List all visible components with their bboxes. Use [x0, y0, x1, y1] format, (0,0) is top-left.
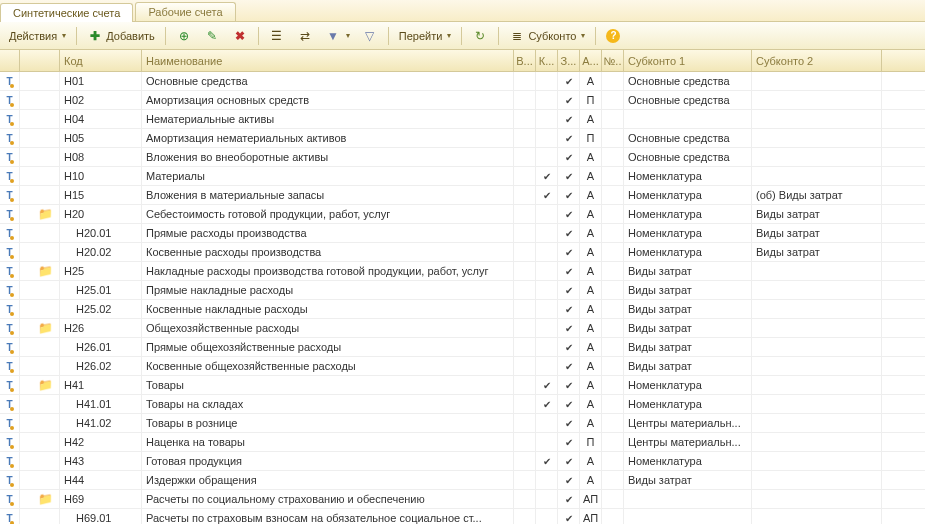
s1-cell: Основные средства: [624, 91, 752, 109]
table-row[interactable]: TН69.01Расчеты по страховым взносам на о…: [0, 509, 925, 524]
table-row[interactable]: T📁Н69Расчеты по социальному страхованию …: [0, 490, 925, 509]
table-row[interactable]: TН44Издержки обращения✔АВиды затрат: [0, 471, 925, 490]
table-row[interactable]: TН01Основные средства✔АОсновные средства: [0, 72, 925, 91]
z-cell: ✔: [558, 357, 580, 375]
s2-cell: [752, 148, 882, 166]
s2-cell: [752, 471, 882, 489]
check-icon: ✔: [543, 380, 551, 391]
table-row[interactable]: TН20.02Косвенные расходы производства✔АН…: [0, 243, 925, 262]
n-cell: [602, 110, 624, 128]
check-icon: ✔: [543, 190, 551, 201]
v-cell: [514, 376, 536, 394]
tab-synthetic[interactable]: Синтетические счета: [0, 3, 133, 22]
help-button[interactable]: ?: [601, 26, 625, 46]
add-copy-button[interactable]: ⊕: [171, 25, 197, 47]
col-folder[interactable]: [20, 50, 60, 71]
v-cell: [514, 91, 536, 109]
row-type-icon: T: [0, 110, 20, 128]
check-icon: ✔: [565, 171, 573, 182]
table-row[interactable]: T📁Н41Товары✔✔АНоменклатура: [0, 376, 925, 395]
hierarchy-button[interactable]: ☰: [264, 25, 290, 47]
goto-menu[interactable]: Перейти: [394, 27, 457, 45]
table-row[interactable]: TН26.01Прямые общехозяйственные расходы✔…: [0, 338, 925, 357]
z-cell: ✔: [558, 167, 580, 185]
table-row[interactable]: TН04Нематериальные активы✔А: [0, 110, 925, 129]
check-icon: ✔: [565, 95, 573, 106]
table-row[interactable]: TН02Амортизация основных средств✔ПОсновн…: [0, 91, 925, 110]
add-button[interactable]: ✚ Добавить: [82, 25, 160, 47]
clear-filter-button[interactable]: ▽: [357, 25, 383, 47]
separator: [165, 27, 166, 45]
move-icon: ⇄: [297, 28, 313, 44]
check-icon: ✔: [565, 285, 573, 296]
row-type-icon: T: [0, 281, 20, 299]
col-k[interactable]: К...: [536, 50, 558, 71]
pencil-icon: ✎: [204, 28, 220, 44]
col-name[interactable]: Наименование: [142, 50, 514, 71]
table-row[interactable]: TН10Материалы✔✔АНоменклатура: [0, 167, 925, 186]
check-icon: ✔: [565, 76, 573, 87]
table-row[interactable]: TН25.02Косвенные накладные расходы✔АВиды…: [0, 300, 925, 319]
k-cell: [536, 224, 558, 242]
table-row[interactable]: TН15Вложения в материальные запасы✔✔АНом…: [0, 186, 925, 205]
table-row[interactable]: T📁Н26Общехозяйственные расходы✔АВиды зат…: [0, 319, 925, 338]
code-cell: Н15: [60, 186, 142, 204]
k-cell: [536, 433, 558, 451]
code-cell: Н41.01: [60, 395, 142, 413]
table-row[interactable]: TН26.02Косвенные общехозяйственные расхо…: [0, 357, 925, 376]
name-cell: Общехозяйственные расходы: [142, 319, 514, 337]
edit-button[interactable]: ✎: [199, 25, 225, 47]
grid-body: TН01Основные средства✔АОсновные средства…: [0, 72, 925, 524]
col-n[interactable]: №..: [602, 50, 624, 71]
table-row[interactable]: TН41.01Товары на складах✔✔АНоменклатура: [0, 395, 925, 414]
table-row[interactable]: TН08Вложения во внеоборотные активы✔АОсн…: [0, 148, 925, 167]
folder-cell: [20, 509, 60, 524]
n-cell: [602, 243, 624, 261]
folder-cell: 📁: [20, 205, 60, 223]
col-icon[interactable]: [0, 50, 20, 71]
a-cell: АП: [580, 509, 602, 524]
s1-cell: Основные средства: [624, 148, 752, 166]
filter-button[interactable]: ▼: [320, 25, 355, 47]
x-icon: ✖: [232, 28, 248, 44]
name-cell: Основные средства: [142, 72, 514, 90]
table-row[interactable]: TН43Готовая продукция✔✔АНоменклатура: [0, 452, 925, 471]
table-row[interactable]: T📁Н25Накладные расходы производства гото…: [0, 262, 925, 281]
table-row[interactable]: TН20.01Прямые расходы производства✔АНоме…: [0, 224, 925, 243]
refresh-button[interactable]: ↻: [467, 25, 493, 47]
folder-cell: [20, 338, 60, 356]
toolbar: Действия ✚ Добавить ⊕ ✎ ✖ ☰ ⇄ ▼ ▽ Перейт…: [0, 22, 925, 50]
folder-icon: 📁: [38, 207, 53, 221]
actions-menu[interactable]: Действия: [4, 27, 71, 45]
check-icon: ✔: [565, 494, 573, 505]
folder-icon: 📁: [38, 378, 53, 392]
table-row[interactable]: TН42Наценка на товары✔ПЦентры материальн…: [0, 433, 925, 452]
check-icon: ✔: [543, 399, 551, 410]
table-row[interactable]: TН25.01Прямые накладные расходы✔АВиды за…: [0, 281, 925, 300]
k-cell: [536, 490, 558, 508]
col-a[interactable]: А...: [580, 50, 602, 71]
delete-button[interactable]: ✖: [227, 25, 253, 47]
col-code[interactable]: Код: [60, 50, 142, 71]
v-cell: [514, 319, 536, 337]
folder-cell: [20, 433, 60, 451]
table-row[interactable]: TН41.02Товары в рознице✔АЦентры материал…: [0, 414, 925, 433]
col-s1[interactable]: Субконто 1: [624, 50, 752, 71]
v-cell: [514, 243, 536, 261]
funnel-clear-icon: ▽: [362, 28, 378, 44]
col-z[interactable]: З...: [558, 50, 580, 71]
v-cell: [514, 338, 536, 356]
v-cell: [514, 129, 536, 147]
move-button[interactable]: ⇄: [292, 25, 318, 47]
table-row[interactable]: T📁Н20Себестоимость готовой продукции, ра…: [0, 205, 925, 224]
subkonto-menu[interactable]: ≣ Субконто: [504, 25, 590, 47]
code-cell: Н10: [60, 167, 142, 185]
tab-working[interactable]: Рабочие счета: [135, 2, 235, 21]
s2-cell: [752, 262, 882, 280]
check-icon: ✔: [565, 152, 573, 163]
col-s2[interactable]: Субконто 2: [752, 50, 882, 71]
table-row[interactable]: TН05Амортизация нематериальных активов✔П…: [0, 129, 925, 148]
name-cell: Издержки обращения: [142, 471, 514, 489]
s2-cell: [752, 129, 882, 147]
col-v[interactable]: В...: [514, 50, 536, 71]
